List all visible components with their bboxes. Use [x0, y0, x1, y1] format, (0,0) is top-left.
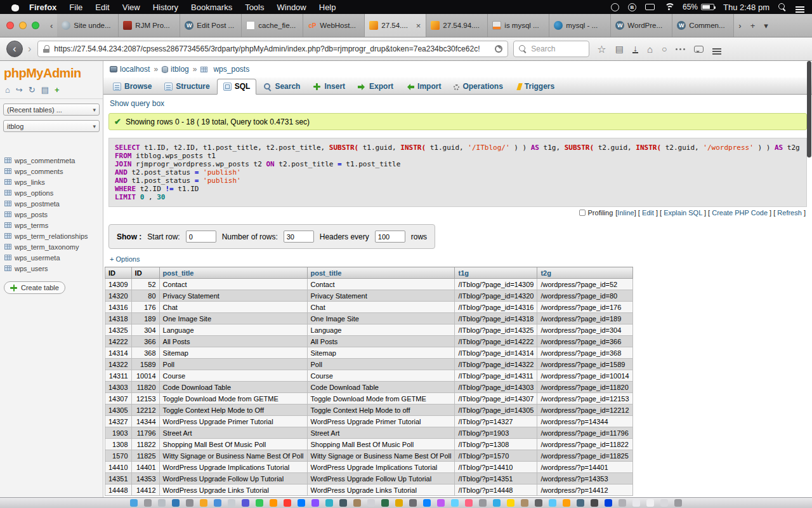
app-menu-firefox[interactable]: Firefox [29, 3, 56, 12]
browser-tab[interactable]: 27.54....× [365, 14, 426, 37]
downloads-icon[interactable]: ↓ [632, 45, 638, 53]
headers-every-input[interactable] [375, 231, 405, 243]
bookmark-star-icon[interactable]: ☆ [597, 43, 606, 55]
browser-tab[interactable]: is mysql ... [488, 14, 549, 37]
sidebar-table-wps_comments[interactable]: wps_comments [4, 166, 103, 177]
column-header-post_title-3[interactable]: post_title [307, 267, 455, 279]
menu-bookmarks[interactable]: Bookmarks [191, 3, 232, 12]
url-text[interactable]: https://27.54.94.234:2087/cpsess28677345… [54, 44, 490, 53]
lock-icon[interactable] [43, 45, 49, 53]
dock-icon[interactable] [493, 499, 501, 507]
tab-search[interactable]: Search [258, 79, 306, 94]
options-toggle-link[interactable]: + Options [110, 255, 140, 263]
column-header-ID-0[interactable]: ID [105, 267, 132, 279]
breadcrumb-localhost[interactable]: localhost [110, 65, 150, 74]
dock-icon[interactable] [451, 499, 459, 507]
breadcrumb-itblog[interactable]: itblog [162, 65, 189, 74]
tab-list-dropdown-icon[interactable]: ▾ [759, 14, 773, 37]
logout-icon[interactable]: ↪ [16, 86, 23, 94]
dock-icon[interactable] [130, 499, 138, 507]
dock-icon[interactable] [256, 499, 263, 507]
tab-import[interactable]: Import [400, 79, 447, 94]
dock-icon[interactable] [646, 499, 654, 507]
menu-view[interactable]: View [122, 3, 140, 12]
recent-tables-select[interactable]: (Recent tables) ... ▾ [3, 104, 100, 116]
menu-edit[interactable]: Edit [95, 3, 109, 12]
sidebar-table-wps_usermeta[interactable]: wps_usermeta [4, 252, 103, 263]
dock-icon[interactable] [479, 499, 487, 507]
recording-icon[interactable] [611, 3, 619, 11]
more-tools-icon[interactable] [676, 48, 685, 50]
sidebar-table-wps_posts[interactable]: wps_posts [4, 209, 103, 220]
column-header-post_title-2[interactable]: post_title [159, 267, 307, 279]
tab-close-icon[interactable]: × [416, 21, 422, 30]
bookmarks-panel-icon[interactable]: ▤ [615, 44, 624, 54]
sidebar-table-wps_term_taxonomy[interactable]: wps_term_taxonomy [4, 241, 103, 252]
start-row-input[interactable] [186, 231, 216, 243]
sidebar-table-wps_term_relationships[interactable]: wps_term_relationships [4, 231, 103, 241]
dock-icon[interactable] [381, 499, 389, 507]
sql-window-icon[interactable]: + [55, 86, 60, 94]
database-select[interactable]: itblog ▾ [3, 120, 100, 132]
sidebar-table-wps_commentmeta[interactable]: wps_commentmeta [4, 155, 103, 166]
dock-icon[interactable] [535, 499, 542, 507]
browser-tab[interactable]: mysql - ... [549, 14, 611, 37]
tab-insert[interactable]: Insert [307, 79, 351, 94]
dock-icon[interactable] [214, 499, 221, 507]
dock-icon[interactable] [591, 499, 598, 507]
tab-browse[interactable]: Browse [107, 79, 157, 94]
tab-scroll-left-icon[interactable]: ‹ [46, 14, 57, 37]
display-icon[interactable] [645, 4, 655, 10]
battery-indicator[interactable]: 65% [683, 3, 714, 11]
browser-tab[interactable]: cPWebHost... [303, 14, 365, 37]
dock-icon[interactable] [172, 499, 180, 507]
sidebar-table-wps_links[interactable]: wps_links [4, 177, 103, 187]
column-header-t2g-5[interactable]: t2g [537, 267, 632, 279]
dock-icon[interactable] [577, 499, 584, 507]
dock-icon[interactable] [563, 499, 570, 507]
dock-icon[interactable] [270, 499, 277, 507]
b-app-icon[interactable]: B [628, 3, 636, 11]
sidebar-table-wps_users[interactable]: wps_users [4, 263, 103, 274]
dock-icon[interactable] [619, 499, 626, 507]
dock-icon[interactable] [186, 499, 193, 507]
breadcrumb-wps_posts[interactable]: wps_posts [200, 65, 249, 74]
browser-tab[interactable]: WEdit Post ... [180, 14, 242, 37]
dock-icon[interactable] [158, 499, 166, 507]
dock-icon[interactable] [521, 499, 528, 507]
home-icon[interactable]: ⌂ [647, 44, 653, 55]
menu-help[interactable]: Help [319, 3, 336, 12]
window-minimize-button[interactable] [19, 22, 27, 29]
menu-tools[interactable]: Tools [245, 3, 264, 12]
browser-tab[interactable]: RJM Pro... [119, 14, 180, 37]
dock-icon[interactable] [144, 499, 152, 507]
profiling-link-explain-sql[interactable]: Explain SQL [664, 209, 702, 217]
dock-icon[interactable] [660, 499, 668, 507]
dock-icon[interactable] [437, 499, 445, 507]
sync-account-icon[interactable]: ○ [662, 44, 667, 54]
menu-window[interactable]: Window [277, 3, 306, 12]
show-query-box-link[interactable]: Show query box [110, 99, 164, 108]
url-bar[interactable]: https://27.54.94.234:2087/cpsess28677345… [37, 41, 508, 57]
tab-operations[interactable]: Operations [448, 79, 508, 94]
profiling-link-refresh[interactable]: Refresh [777, 209, 802, 217]
dock-icon[interactable] [423, 499, 431, 507]
tab-triggers[interactable]: Triggers [510, 79, 560, 94]
notification-center-icon[interactable] [796, 6, 804, 8]
menu-hamburger-icon[interactable] [712, 48, 721, 50]
profiling-link-edit[interactable]: Edit [642, 209, 654, 217]
sidebar-table-wps_options[interactable]: wps_options [4, 187, 103, 198]
docs-icon[interactable]: ▤ [41, 86, 49, 94]
dock-icon[interactable] [549, 499, 556, 507]
spotlight-search-icon[interactable] [778, 3, 787, 11]
tab-structure[interactable]: Structure [159, 79, 215, 94]
dock-icon[interactable] [465, 499, 473, 507]
dock-icon[interactable] [242, 499, 249, 507]
dock-icon[interactable] [409, 499, 417, 507]
browser-tab[interactable]: Site unde... [57, 14, 119, 37]
refresh-icon[interactable]: ↻ [29, 86, 36, 94]
profiling-checkbox[interactable] [579, 210, 586, 216]
dock-icon[interactable] [339, 499, 347, 507]
column-header-ID-1[interactable]: ID [131, 267, 159, 279]
dock-icon[interactable] [507, 499, 514, 507]
